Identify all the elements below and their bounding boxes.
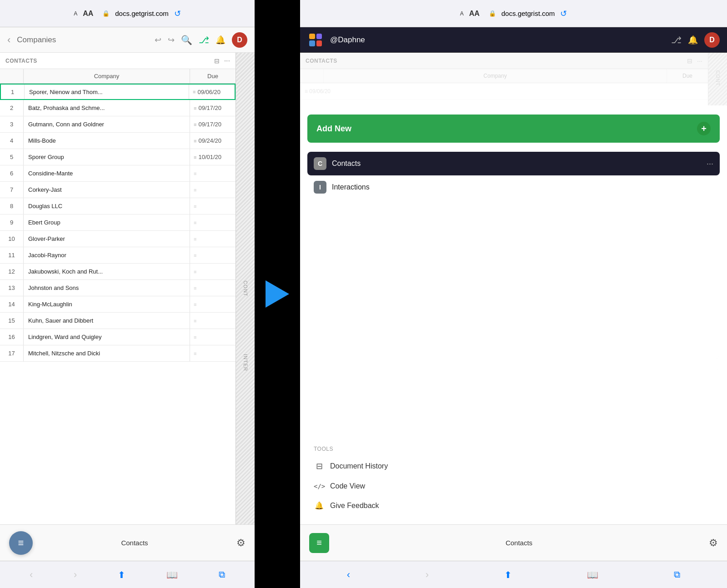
add-new-plus-icon: + <box>697 122 711 135</box>
url-right[interactable]: docs.getgrist.com <box>501 10 555 17</box>
font-size-small-left[interactable]: A <box>74 10 77 17</box>
undo-btn-left[interactable]: ↩ <box>155 35 161 45</box>
safari-tabs-right[interactable]: ⧉ <box>674 569 680 580</box>
cell-num: 12 <box>0 264 24 279</box>
menu-item-interactions[interactable]: I Interactions <box>307 175 720 199</box>
cell-company[interactable]: Batz, Prohaska and Schme... <box>24 100 190 116</box>
bell-btn-right[interactable]: 🔔 <box>688 35 698 45</box>
tab-label-left[interactable]: Contacts <box>33 539 236 547</box>
table-row[interactable]: 14King-McLaughlin≡ <box>0 296 236 313</box>
feedback-label: Give Feedback <box>330 502 379 510</box>
cell-company[interactable]: Gutmann, Conn and Goldner <box>24 116 190 132</box>
safari-bookmarks-left[interactable]: 📖 <box>166 569 178 580</box>
redo-btn-left[interactable]: ↪ <box>168 35 175 45</box>
cell-due: ≡ <box>190 214 236 230</box>
cell-company[interactable]: Jacobi-Raynor <box>24 247 190 263</box>
safari-bookmarks-right[interactable]: 📖 <box>587 569 598 580</box>
safari-back-left[interactable]: ‹ <box>30 569 33 581</box>
safari-fwd-right[interactable]: › <box>426 569 429 581</box>
safari-nav-left: ‹ › ⬆ 📖 ⧉ <box>0 561 255 588</box>
table-row[interactable]: 13Johnston and Sons≡ <box>0 280 236 296</box>
grist-logo[interactable] <box>307 32 324 48</box>
table-row[interactable]: 9Ebert Group≡ <box>0 214 236 231</box>
table-row[interactable]: 6Considine-Mante≡ <box>0 165 236 182</box>
safari-back-right[interactable]: ‹ <box>347 569 350 581</box>
table-row[interactable]: 5Sporer Group≡10/01/20 <box>0 149 236 165</box>
cell-company[interactable]: Corkery-Jast <box>24 182 190 198</box>
cell-due: ≡ <box>190 247 236 263</box>
table-row[interactable]: 10Glover-Parker≡ <box>0 231 236 247</box>
nav-user-name-right: @Daphne <box>330 35 665 45</box>
menu-spacer <box>307 206 720 437</box>
menu-item-contacts[interactable]: C Contacts ··· <box>307 152 720 175</box>
section-label-left: CONTACTS <box>5 58 214 64</box>
col-due-header: Due <box>190 69 236 83</box>
url-left[interactable]: docs.getgrist.com <box>115 10 169 17</box>
tool-item-history[interactable]: ⊟ Document History <box>307 456 720 477</box>
back-btn-left[interactable]: ‹ <box>7 34 10 46</box>
bell-btn-left[interactable]: 🔔 <box>216 35 226 45</box>
cell-due: ≡09/17/20 <box>190 116 236 132</box>
tool-item-feedback[interactable]: 🔔 Give Feedback <box>307 496 720 515</box>
cell-company[interactable]: Glover-Parker <box>24 231 190 247</box>
table-row[interactable]: 8Douglas LLC≡ <box>0 198 236 214</box>
empty-due-icon: ≡ <box>194 302 196 307</box>
table-row[interactable]: 16Lindgren, Ward and Quigley≡ <box>0 329 236 345</box>
share-btn-left[interactable]: ⎇ <box>199 35 209 45</box>
cell-num: 13 <box>0 280 24 296</box>
tab-label-right[interactable]: Contacts <box>329 539 709 547</box>
table-row[interactable]: 15Kuhn, Sauer and Dibbert≡ <box>0 313 236 329</box>
table-row[interactable]: 2Batz, Prohaska and Schme...≡09/17/20 <box>0 100 236 116</box>
cell-company[interactable]: Considine-Mante <box>24 165 190 181</box>
cell-num: 5 <box>0 149 24 165</box>
cell-company[interactable]: Kuhn, Sauer and Dibbert <box>24 313 190 329</box>
font-size-large-left[interactable]: AA <box>83 10 93 18</box>
empty-due-icon: ≡ <box>194 187 196 193</box>
table-row[interactable]: 11Jacobi-Raynor≡ <box>0 247 236 264</box>
add-new-button[interactable]: Add New + <box>307 115 720 143</box>
tool-item-code[interactable]: </> Code View <box>307 477 720 496</box>
cell-company[interactable]: Mills-Bode <box>24 133 190 149</box>
filter-icon-left[interactable]: ⊟ <box>214 57 220 65</box>
safari-tabs-left[interactable]: ⧉ <box>219 569 225 580</box>
cell-company[interactable]: Johnston and Sons <box>24 280 190 296</box>
search-btn-left[interactable]: 🔍 <box>181 35 192 45</box>
table-row[interactable]: 4Mills-Bode≡09/24/20 <box>0 133 236 149</box>
cell-company[interactable]: Lindgren, Ward and Quigley <box>24 329 190 345</box>
font-size-small-right[interactable]: A <box>460 10 464 17</box>
refresh-icon-left[interactable]: ↺ <box>174 9 181 19</box>
cell-company[interactable]: Sporer Group <box>24 149 190 165</box>
table-row[interactable]: 1Sporer, Nienow and Thom...≡09/06/20 <box>0 84 236 100</box>
cell-company[interactable]: Ebert Group <box>24 214 190 230</box>
bg-table-row: ≡ 09/06/20 <box>300 83 708 100</box>
due-value: 09/17/20 <box>198 121 221 128</box>
table-row[interactable]: 12Jakubowski, Koch and Rut...≡ <box>0 264 236 280</box>
more-icon-left[interactable]: ··· <box>224 57 230 65</box>
table-row[interactable]: 7Corkery-Jast≡ <box>0 182 236 198</box>
cell-company[interactable]: Mitchell, Nitzsche and Dicki <box>24 345 190 361</box>
refresh-icon-right[interactable]: ↺ <box>560 9 567 19</box>
menu-btn-right[interactable]: ≡ <box>309 533 329 553</box>
cell-company[interactable]: Jakubowski, Koch and Rut... <box>24 264 190 279</box>
due-icon: ≡ <box>193 89 196 95</box>
menu-btn-left[interactable]: ≡ <box>9 531 33 555</box>
avatar-left[interactable]: D <box>232 32 247 48</box>
avatar-right[interactable]: D <box>704 32 720 48</box>
cell-due: ≡ <box>190 264 236 279</box>
cell-company[interactable]: Sporer, Nienow and Thom... <box>25 85 189 99</box>
table-row[interactable]: 17Mitchell, Nitzsche and Dicki≡ <box>0 345 236 362</box>
gear-btn-right[interactable]: ⚙ <box>709 537 718 549</box>
safari-fwd-left[interactable]: › <box>74 569 77 581</box>
contacts-more[interactable]: ··· <box>707 159 713 169</box>
cell-company[interactable]: Douglas LLC <box>24 198 190 214</box>
lock-icon-right: 🔒 <box>489 10 496 17</box>
play-button[interactable] <box>266 280 289 308</box>
table-row[interactable]: 3Gutmann, Conn and Goldner≡09/17/20 <box>0 116 236 133</box>
font-size-large-right[interactable]: AA <box>469 10 480 18</box>
cell-due: ≡09/06/20 <box>189 85 235 99</box>
safari-share-right[interactable]: ⬆ <box>504 569 512 580</box>
gear-btn-left[interactable]: ⚙ <box>236 537 246 549</box>
cell-company[interactable]: King-McLaughlin <box>24 296 190 312</box>
share-btn-right[interactable]: ⎇ <box>671 35 682 45</box>
safari-share-left[interactable]: ⬆ <box>118 569 125 580</box>
